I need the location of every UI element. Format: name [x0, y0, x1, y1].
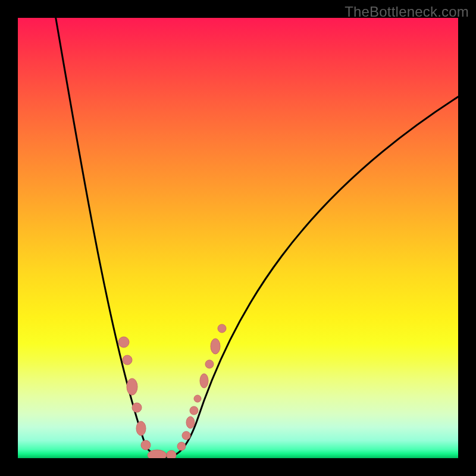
chart-markers-group [118, 324, 226, 458]
chart-marker [123, 355, 132, 365]
chart-marker [167, 450, 176, 458]
chart-plot-area [18, 18, 458, 458]
chart-marker [218, 324, 226, 333]
chart-marker [132, 403, 142, 412]
curve-right-branch [167, 89, 458, 457]
chart-marker [141, 440, 151, 450]
chart-marker [177, 442, 186, 450]
chart-marker [186, 416, 195, 428]
chart-marker [205, 360, 214, 368]
chart-marker [211, 339, 220, 354]
chart-marker [118, 337, 129, 347]
chart-marker [136, 421, 146, 436]
chart-marker [148, 450, 167, 458]
curve-left-branch [55, 18, 167, 457]
chart-marker [190, 406, 198, 415]
chart-marker [200, 374, 208, 388]
chart-marker [194, 395, 201, 402]
chart-marker [182, 431, 190, 440]
chart-marker [127, 378, 137, 395]
chart-svg [18, 18, 458, 458]
